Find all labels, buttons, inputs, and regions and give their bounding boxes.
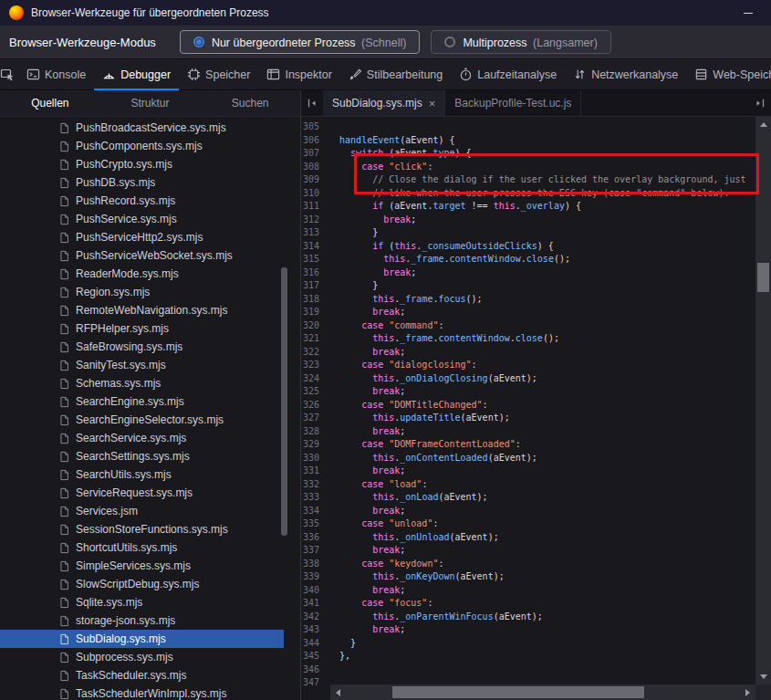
mode-option-parent-process[interactable]: Nur übergeordneter Prozess (Schnell) [180,30,421,54]
line-number[interactable]: 321 [301,332,325,346]
line-number[interactable]: 345 [301,650,325,663]
line-number[interactable]: 343 [301,623,325,637]
tree-item[interactable]: PushRecord.sys.mjs [0,192,284,210]
close-tab-icon[interactable]: × [429,98,436,110]
tree-item[interactable]: Services.jsm [0,502,284,520]
tree-item[interactable]: storage-json.sys.mjs [0,611,284,630]
line-number[interactable]: 311 [301,200,325,214]
tree-item[interactable]: TaskSchedulerWinImpl.sys.mjs [0,684,284,700]
tree-item[interactable]: PushComponents.sys.mjs [0,137,284,155]
source-tab-subdialog[interactable]: SubDialog.sys.mjs × [323,90,445,116]
tree-item[interactable]: RFPHelper.sys.mjs [0,319,284,338]
tree-item[interactable]: PushBroadcastService.sys.mjs [0,119,284,137]
line-number[interactable]: 339 [301,570,325,584]
line-number[interactable]: 315 [301,253,325,266]
editor-vertical-scrollbar[interactable] [755,117,771,684]
source-tab-backupprofile[interactable]: BackupProfile-Test.uc.js [445,90,581,116]
tree-item[interactable]: SimpleServices.sys.mjs [0,557,284,575]
tab-konsole[interactable]: Konsole [18,59,94,89]
tree-item[interactable]: TaskScheduler.sys.mjs [0,666,284,684]
panel-tab-struktur[interactable]: Struktur [100,90,201,116]
line-number[interactable]: 332 [301,478,325,492]
tree-item[interactable]: ShortcutUtils.sys.mjs [0,538,284,557]
tree-item[interactable]: Sqlite.sys.mjs [0,593,284,611]
line-number[interactable]: 322 [301,346,325,360]
line-number[interactable]: 336 [301,531,325,545]
editor-horizontal-scrollbar[interactable] [330,684,755,700]
tree-item[interactable]: RemoteWebNavigation.sys.mjs [0,301,284,319]
tree-item[interactable]: SearchEngine.sys.mjs [0,392,284,411]
panel-tab-suchen[interactable]: Suchen [200,90,300,116]
line-number[interactable]: 318 [301,293,325,307]
radio-selected-icon[interactable] [193,37,204,47]
horizontal-scroll-thumb[interactable] [392,686,644,698]
line-number[interactable]: 327 [301,412,325,425]
tree-item[interactable]: SanityTest.sys.mjs [0,356,284,374]
tab-speicher[interactable]: Speicher [179,59,258,89]
tree-item[interactable]: Subprocess.sys.mjs [0,648,284,666]
tree-item[interactable]: PushCrypto.sys.mjs [0,155,284,173]
tree-item[interactable]: SearchService.sys.mjs [0,429,284,447]
line-number[interactable]: 317 [301,279,325,293]
tree-item[interactable]: PushDB.sys.mjs [0,173,284,192]
line-number[interactable]: 344 [301,637,325,651]
line-number[interactable]: 306 [301,134,325,148]
line-number[interactable]: 342 [301,611,325,624]
panel-tab-quellen[interactable]: Quellen [0,90,100,116]
line-number[interactable]: 314 [301,240,325,254]
tree-scrollbar-thumb[interactable] [281,267,287,536]
line-number[interactable]: 324 [301,372,325,386]
tab-web-speicher[interactable]: Web-Speicher [686,59,771,89]
mode-option-multiprocess[interactable]: Multiprozess (Langsamer) [431,30,611,54]
tree-item[interactable]: SlowScriptDebug.sys.mjs [0,575,284,593]
line-number[interactable]: 340 [301,584,325,598]
tree-item[interactable]: ReaderMode.sys.mjs [0,265,284,283]
tree-item[interactable]: SearchSettings.sys.mjs [0,447,284,465]
line-number[interactable]: 308 [301,161,325,174]
line-number[interactable]: 307 [301,147,325,161]
line-number[interactable]: 313 [301,226,325,240]
scroll-up-button[interactable] [755,117,771,132]
line-number[interactable]: 337 [301,544,325,558]
line-number[interactable]: 325 [301,385,325,399]
tab-netzwerkanalyse[interactable]: Netzwerkanalyse [565,59,686,89]
line-number[interactable]: 323 [301,359,325,372]
line-number[interactable]: 333 [301,491,325,505]
tab-laufzeitanalyse[interactable]: Laufzeitanalyse [451,59,565,89]
tree-item[interactable]: SafeBrowsing.sys.mjs [0,338,284,356]
line-number[interactable]: 312 [301,214,325,227]
tree-item[interactable]: PushServiceHttp2.sys.mjs [0,228,284,246]
scroll-down-button[interactable] [755,669,771,684]
line-number[interactable]: 319 [301,306,325,319]
vertical-scroll-thumb[interactable] [757,263,769,292]
line-number[interactable]: 334 [301,505,325,518]
pick-element-button[interactable] [0,59,15,89]
line-number[interactable]: 305 [301,120,325,134]
tree-item[interactable]: PushService.sys.mjs [0,210,284,228]
tab-debugger[interactable]: Debugger [94,59,179,89]
scroll-right-button[interactable] [740,684,755,700]
minimize-button[interactable] [735,4,762,22]
line-number[interactable]: 329 [301,438,325,452]
tree-item[interactable]: SearchUtils.sys.mjs [0,465,284,484]
tree-item[interactable]: SessionStoreFunctions.sys.mjs [0,520,284,538]
line-number[interactable]: 310 [301,187,325,201]
line-number[interactable]: 326 [301,399,325,413]
tree-item[interactable]: SearchEngineSelector.sys.mjs [0,411,284,429]
tree-item[interactable]: PushServiceWebSocket.sys.mjs [0,246,284,265]
tree-item[interactable]: Region.sys.mjs [0,283,284,301]
line-number[interactable]: 347 [301,676,325,690]
line-number[interactable]: 331 [301,465,325,478]
line-number[interactable]: 316 [301,266,325,280]
line-number[interactable]: 338 [301,558,325,571]
tree-item[interactable]: SubDialog.sys.mjs [0,630,284,648]
tab-stilbearbeitung[interactable]: Stilbearbeitung [340,59,451,89]
line-number[interactable]: 341 [301,597,325,611]
line-number[interactable]: 328 [301,425,325,439]
radio-unselected-icon[interactable] [444,37,455,47]
tree-item[interactable]: ServiceRequest.sys.mjs [0,484,284,502]
line-number[interactable]: 309 [301,173,325,187]
line-number[interactable]: 335 [301,517,325,531]
line-number[interactable]: 330 [301,452,325,465]
tree-item[interactable]: Schemas.sys.mjs [0,374,284,392]
